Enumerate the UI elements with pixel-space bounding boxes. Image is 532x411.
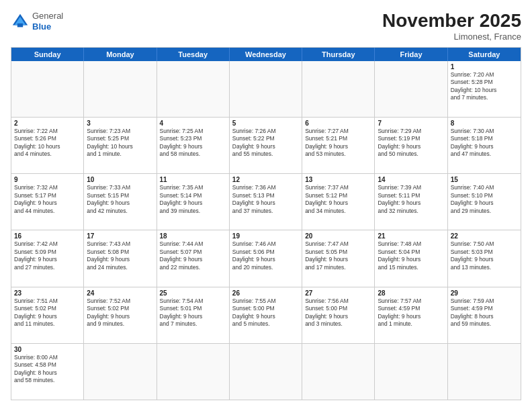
cell-date: 24 (87, 289, 153, 297)
cell-info: Sunrise: 7:56 AM Sunset: 5:00 PM Dayligh… (305, 298, 371, 328)
calendar-cell: 22Sunrise: 7:50 AM Sunset: 5:03 PM Dayli… (448, 230, 521, 286)
calendar-cell: 14Sunrise: 7:39 AM Sunset: 5:11 PM Dayli… (375, 174, 447, 230)
calendar-cell: 29Sunrise: 7:59 AM Sunset: 4:59 PM Dayli… (448, 287, 521, 343)
cell-info: Sunrise: 8:00 AM Sunset: 4:58 PM Dayligh… (14, 354, 81, 385)
calendar-cell: 15Sunrise: 7:40 AM Sunset: 5:10 PM Dayli… (448, 174, 521, 230)
calendar-cell: 23Sunrise: 7:51 AM Sunset: 5:02 PM Dayli… (11, 287, 84, 343)
cell-date: 1 (451, 63, 518, 71)
cell-date: 16 (14, 232, 81, 240)
cell-info: Sunrise: 7:26 AM Sunset: 5:22 PM Dayligh… (232, 128, 299, 158)
cell-date: 7 (378, 120, 444, 127)
cell-info: Sunrise: 7:42 AM Sunset: 5:09 PM Dayligh… (14, 240, 81, 271)
calendar-cell: 26Sunrise: 7:55 AM Sunset: 5:00 PM Dayli… (230, 287, 302, 343)
cell-date: 9 (14, 176, 81, 183)
cell-info: Sunrise: 7:20 AM Sunset: 5:28 PM Dayligh… (451, 71, 518, 102)
cell-date: 2 (14, 120, 81, 127)
day-header-saturday: Saturday (448, 48, 521, 61)
calendar-cell: 1Sunrise: 7:20 AM Sunset: 5:28 PM Daylig… (448, 61, 521, 117)
day-header-monday: Monday (84, 48, 157, 61)
calendar-cell: 24Sunrise: 7:52 AM Sunset: 5:02 PM Dayli… (84, 287, 157, 343)
calendar-cell: 9Sunrise: 7:32 AM Sunset: 5:17 PM Daylig… (11, 174, 84, 230)
logo-blue-text: Blue (32, 21, 51, 32)
cell-info: Sunrise: 7:27 AM Sunset: 5:21 PM Dayligh… (305, 128, 371, 158)
day-header-tuesday: Tuesday (157, 48, 230, 61)
header: General Blue November 2025 Limonest, Fra… (11, 11, 521, 42)
cell-date: 6 (305, 120, 371, 127)
calendar-cell (11, 61, 84, 117)
calendar-cell (84, 344, 157, 400)
cell-info: Sunrise: 7:57 AM Sunset: 4:59 PM Dayligh… (378, 298, 444, 328)
calendar-row-5: 30Sunrise: 8:00 AM Sunset: 4:58 PM Dayli… (11, 343, 521, 400)
cell-date: 21 (378, 232, 444, 240)
calendar-cell: 8Sunrise: 7:30 AM Sunset: 5:18 PM Daylig… (448, 118, 521, 173)
cell-date: 23 (14, 289, 81, 297)
calendar-cell (230, 61, 302, 117)
calendar-cell: 30Sunrise: 8:00 AM Sunset: 4:58 PM Dayli… (11, 344, 84, 400)
calendar-cell (448, 344, 521, 400)
cell-date: 27 (305, 289, 371, 297)
logo: General Blue (11, 11, 63, 32)
cell-info: Sunrise: 7:52 AM Sunset: 5:02 PM Dayligh… (87, 298, 153, 328)
cell-info: Sunrise: 7:36 AM Sunset: 5:13 PM Dayligh… (232, 184, 299, 215)
calendar-row-4: 23Sunrise: 7:51 AM Sunset: 5:02 PM Dayli… (11, 287, 521, 343)
calendar-cell: 20Sunrise: 7:47 AM Sunset: 5:05 PM Dayli… (302, 230, 375, 286)
cell-date: 10 (87, 176, 153, 183)
cell-date: 19 (232, 232, 299, 240)
calendar-cell: 12Sunrise: 7:36 AM Sunset: 5:13 PM Dayli… (230, 174, 302, 230)
calendar-cell (157, 61, 230, 117)
calendar-cell: 28Sunrise: 7:57 AM Sunset: 4:59 PM Dayli… (375, 287, 447, 343)
cell-info: Sunrise: 7:35 AM Sunset: 5:14 PM Dayligh… (160, 184, 226, 215)
day-header-sunday: Sunday (11, 48, 84, 61)
day-header-friday: Friday (375, 48, 447, 61)
cell-info: Sunrise: 7:51 AM Sunset: 5:02 PM Dayligh… (14, 298, 81, 328)
cell-info: Sunrise: 7:47 AM Sunset: 5:05 PM Dayligh… (305, 240, 371, 271)
cell-info: Sunrise: 7:32 AM Sunset: 5:17 PM Dayligh… (14, 184, 81, 215)
cell-date: 15 (451, 176, 518, 183)
logo-icon (11, 12, 30, 31)
calendar-cell (302, 344, 375, 400)
calendar-cell (230, 344, 302, 400)
cell-date: 29 (451, 289, 518, 297)
cell-date: 14 (378, 176, 444, 183)
cell-info: Sunrise: 7:39 AM Sunset: 5:11 PM Dayligh… (378, 184, 444, 215)
cell-date: 22 (451, 232, 518, 240)
calendar-cell: 17Sunrise: 7:43 AM Sunset: 5:08 PM Dayli… (84, 230, 157, 286)
logo-general-text: General (32, 11, 63, 21)
calendar-cell: 19Sunrise: 7:46 AM Sunset: 5:06 PM Dayli… (230, 230, 302, 286)
calendar-cell: 2Sunrise: 7:22 AM Sunset: 5:26 PM Daylig… (11, 118, 84, 173)
page: General Blue November 2025 Limonest, Fra… (0, 0, 532, 411)
calendar-cell: 25Sunrise: 7:54 AM Sunset: 5:01 PM Dayli… (157, 287, 230, 343)
cell-date: 18 (160, 232, 226, 240)
cell-info: Sunrise: 7:33 AM Sunset: 5:15 PM Dayligh… (87, 184, 153, 215)
cell-date: 13 (305, 176, 371, 183)
calendar-cell (375, 61, 447, 117)
cell-date: 5 (232, 120, 299, 127)
calendar-cell (302, 61, 375, 117)
svg-rect-2 (17, 23, 23, 27)
cell-info: Sunrise: 7:43 AM Sunset: 5:08 PM Dayligh… (87, 240, 153, 271)
calendar-cell: 11Sunrise: 7:35 AM Sunset: 5:14 PM Dayli… (157, 174, 230, 230)
cell-date: 30 (14, 346, 81, 353)
cell-date: 12 (232, 176, 299, 183)
location: Limonest, France (382, 32, 521, 42)
cell-info: Sunrise: 7:37 AM Sunset: 5:12 PM Dayligh… (305, 184, 371, 215)
day-headers: SundayMondayTuesdayWednesdayThursdayFrid… (11, 48, 521, 61)
cell-date: 8 (451, 120, 518, 127)
calendar-cell: 6Sunrise: 7:27 AM Sunset: 5:21 PM Daylig… (302, 118, 375, 173)
cell-info: Sunrise: 7:48 AM Sunset: 5:04 PM Dayligh… (378, 240, 444, 271)
cell-date: 25 (160, 289, 226, 297)
calendar-row-2: 9Sunrise: 7:32 AM Sunset: 5:17 PM Daylig… (11, 173, 521, 230)
calendar-row-3: 16Sunrise: 7:42 AM Sunset: 5:09 PM Dayli… (11, 230, 521, 286)
calendar: SundayMondayTuesdayWednesdayThursdayFrid… (11, 47, 521, 400)
logo-text: General Blue (32, 11, 63, 32)
cell-date: 28 (378, 289, 444, 297)
calendar-cell: 3Sunrise: 7:23 AM Sunset: 5:25 PM Daylig… (84, 118, 157, 173)
calendar-cell: 21Sunrise: 7:48 AM Sunset: 5:04 PM Dayli… (375, 230, 447, 286)
cell-date: 3 (87, 120, 153, 127)
cell-date: 26 (232, 289, 299, 297)
cell-date: 17 (87, 232, 153, 240)
calendar-row-1: 2Sunrise: 7:22 AM Sunset: 5:26 PM Daylig… (11, 117, 521, 173)
cell-info: Sunrise: 7:50 AM Sunset: 5:03 PM Dayligh… (451, 240, 518, 271)
calendar-grid: 1Sunrise: 7:20 AM Sunset: 5:28 PM Daylig… (11, 61, 521, 400)
cell-date: 4 (160, 120, 226, 127)
